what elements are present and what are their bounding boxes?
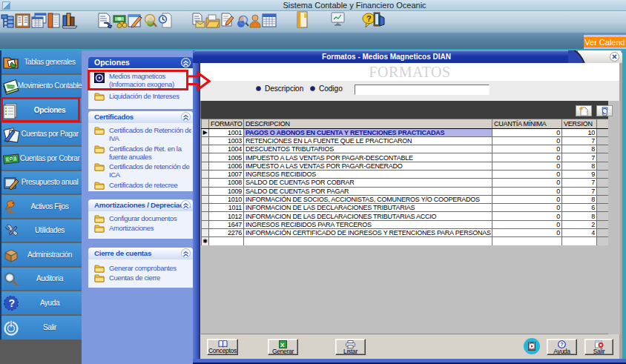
svg-text:?: ? [560, 341, 564, 348]
svg-text:?: ? [9, 297, 16, 309]
svg-text:?: ? [366, 14, 372, 23]
